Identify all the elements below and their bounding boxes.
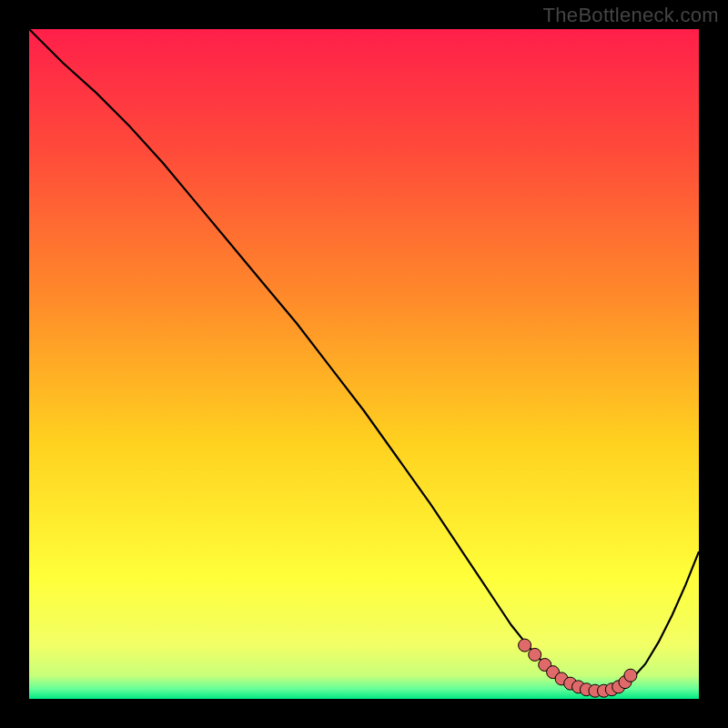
plot-area <box>29 29 699 699</box>
optimal-dot <box>519 639 531 652</box>
optimal-dot <box>529 648 541 661</box>
optimal-dot <box>624 669 637 682</box>
gradient-background <box>29 29 699 699</box>
chart-svg <box>29 29 699 699</box>
chart-frame: TheBottleneck.com <box>0 0 728 728</box>
watermark-text: TheBottleneck.com <box>543 4 719 27</box>
